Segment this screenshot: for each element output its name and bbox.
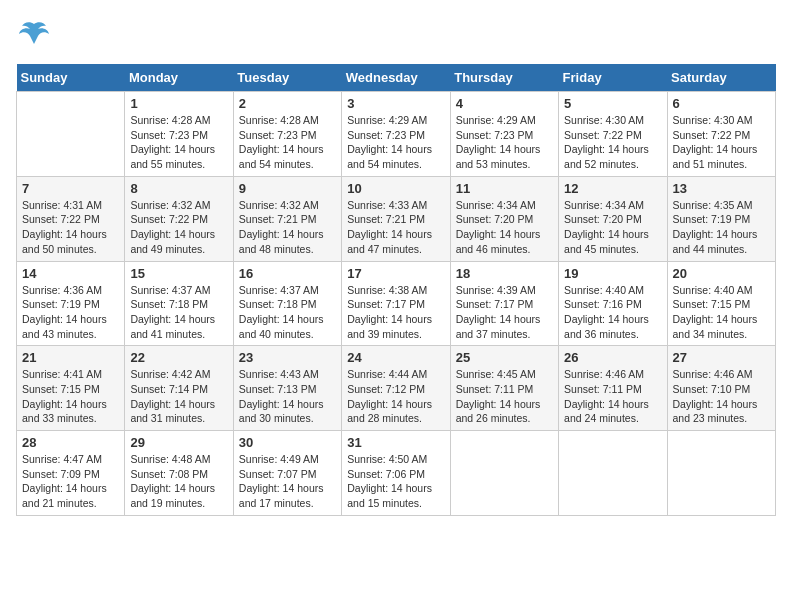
calendar-cell: 2Sunrise: 4:28 AM Sunset: 7:23 PM Daylig… (233, 92, 341, 177)
calendar-cell: 24Sunrise: 4:44 AM Sunset: 7:12 PM Dayli… (342, 346, 450, 431)
day-info: Sunrise: 4:45 AM Sunset: 7:11 PM Dayligh… (456, 367, 553, 426)
day-number: 2 (239, 96, 336, 111)
day-info: Sunrise: 4:42 AM Sunset: 7:14 PM Dayligh… (130, 367, 227, 426)
day-number: 11 (456, 181, 553, 196)
calendar-cell: 16Sunrise: 4:37 AM Sunset: 7:18 PM Dayli… (233, 261, 341, 346)
calendar-cell: 19Sunrise: 4:40 AM Sunset: 7:16 PM Dayli… (559, 261, 667, 346)
day-number: 28 (22, 435, 119, 450)
header-cell-monday: Monday (125, 64, 233, 92)
header-cell-friday: Friday (559, 64, 667, 92)
day-info: Sunrise: 4:37 AM Sunset: 7:18 PM Dayligh… (130, 283, 227, 342)
day-info: Sunrise: 4:48 AM Sunset: 7:08 PM Dayligh… (130, 452, 227, 511)
day-info: Sunrise: 4:41 AM Sunset: 7:15 PM Dayligh… (22, 367, 119, 426)
day-info: Sunrise: 4:36 AM Sunset: 7:19 PM Dayligh… (22, 283, 119, 342)
calendar-cell: 14Sunrise: 4:36 AM Sunset: 7:19 PM Dayli… (17, 261, 125, 346)
calendar-cell: 29Sunrise: 4:48 AM Sunset: 7:08 PM Dayli… (125, 431, 233, 516)
day-info: Sunrise: 4:29 AM Sunset: 7:23 PM Dayligh… (347, 113, 444, 172)
header-cell-wednesday: Wednesday (342, 64, 450, 92)
calendar-cell: 10Sunrise: 4:33 AM Sunset: 7:21 PM Dayli… (342, 176, 450, 261)
day-number: 10 (347, 181, 444, 196)
day-info: Sunrise: 4:34 AM Sunset: 7:20 PM Dayligh… (564, 198, 661, 257)
day-number: 4 (456, 96, 553, 111)
day-info: Sunrise: 4:32 AM Sunset: 7:22 PM Dayligh… (130, 198, 227, 257)
day-info: Sunrise: 4:40 AM Sunset: 7:16 PM Dayligh… (564, 283, 661, 342)
day-number: 9 (239, 181, 336, 196)
day-number: 25 (456, 350, 553, 365)
day-info: Sunrise: 4:31 AM Sunset: 7:22 PM Dayligh… (22, 198, 119, 257)
day-number: 27 (673, 350, 770, 365)
calendar-cell: 21Sunrise: 4:41 AM Sunset: 7:15 PM Dayli… (17, 346, 125, 431)
week-row-3: 14Sunrise: 4:36 AM Sunset: 7:19 PM Dayli… (17, 261, 776, 346)
day-info: Sunrise: 4:46 AM Sunset: 7:10 PM Dayligh… (673, 367, 770, 426)
calendar-cell: 26Sunrise: 4:46 AM Sunset: 7:11 PM Dayli… (559, 346, 667, 431)
day-number: 12 (564, 181, 661, 196)
day-info: Sunrise: 4:30 AM Sunset: 7:22 PM Dayligh… (564, 113, 661, 172)
calendar-cell: 8Sunrise: 4:32 AM Sunset: 7:22 PM Daylig… (125, 176, 233, 261)
day-info: Sunrise: 4:43 AM Sunset: 7:13 PM Dayligh… (239, 367, 336, 426)
header-row: SundayMondayTuesdayWednesdayThursdayFrid… (17, 64, 776, 92)
day-number: 6 (673, 96, 770, 111)
day-number: 7 (22, 181, 119, 196)
day-number: 26 (564, 350, 661, 365)
calendar-cell: 9Sunrise: 4:32 AM Sunset: 7:21 PM Daylig… (233, 176, 341, 261)
day-number: 20 (673, 266, 770, 281)
calendar-cell (450, 431, 558, 516)
calendar-cell: 28Sunrise: 4:47 AM Sunset: 7:09 PM Dayli… (17, 431, 125, 516)
day-number: 23 (239, 350, 336, 365)
day-number: 22 (130, 350, 227, 365)
calendar-cell: 6Sunrise: 4:30 AM Sunset: 7:22 PM Daylig… (667, 92, 775, 177)
day-info: Sunrise: 4:47 AM Sunset: 7:09 PM Dayligh… (22, 452, 119, 511)
calendar-cell (559, 431, 667, 516)
day-number: 3 (347, 96, 444, 111)
day-number: 13 (673, 181, 770, 196)
calendar-cell: 17Sunrise: 4:38 AM Sunset: 7:17 PM Dayli… (342, 261, 450, 346)
day-number: 16 (239, 266, 336, 281)
calendar-table: SundayMondayTuesdayWednesdayThursdayFrid… (16, 64, 776, 516)
day-info: Sunrise: 4:33 AM Sunset: 7:21 PM Dayligh… (347, 198, 444, 257)
day-number: 1 (130, 96, 227, 111)
day-number: 29 (130, 435, 227, 450)
calendar-cell: 7Sunrise: 4:31 AM Sunset: 7:22 PM Daylig… (17, 176, 125, 261)
day-info: Sunrise: 4:29 AM Sunset: 7:23 PM Dayligh… (456, 113, 553, 172)
day-info: Sunrise: 4:46 AM Sunset: 7:11 PM Dayligh… (564, 367, 661, 426)
day-number: 17 (347, 266, 444, 281)
day-number: 14 (22, 266, 119, 281)
calendar-cell: 3Sunrise: 4:29 AM Sunset: 7:23 PM Daylig… (342, 92, 450, 177)
week-row-1: 1Sunrise: 4:28 AM Sunset: 7:23 PM Daylig… (17, 92, 776, 177)
day-info: Sunrise: 4:32 AM Sunset: 7:21 PM Dayligh… (239, 198, 336, 257)
logo (16, 16, 56, 52)
day-info: Sunrise: 4:39 AM Sunset: 7:17 PM Dayligh… (456, 283, 553, 342)
calendar-cell: 13Sunrise: 4:35 AM Sunset: 7:19 PM Dayli… (667, 176, 775, 261)
week-row-2: 7Sunrise: 4:31 AM Sunset: 7:22 PM Daylig… (17, 176, 776, 261)
calendar-cell: 31Sunrise: 4:50 AM Sunset: 7:06 PM Dayli… (342, 431, 450, 516)
calendar-cell: 25Sunrise: 4:45 AM Sunset: 7:11 PM Dayli… (450, 346, 558, 431)
calendar-cell (667, 431, 775, 516)
calendar-cell: 30Sunrise: 4:49 AM Sunset: 7:07 PM Dayli… (233, 431, 341, 516)
day-number: 21 (22, 350, 119, 365)
calendar-cell (17, 92, 125, 177)
day-info: Sunrise: 4:37 AM Sunset: 7:18 PM Dayligh… (239, 283, 336, 342)
calendar-cell: 20Sunrise: 4:40 AM Sunset: 7:15 PM Dayli… (667, 261, 775, 346)
logo-icon (16, 16, 52, 52)
day-number: 30 (239, 435, 336, 450)
day-info: Sunrise: 4:49 AM Sunset: 7:07 PM Dayligh… (239, 452, 336, 511)
header-cell-sunday: Sunday (17, 64, 125, 92)
day-info: Sunrise: 4:30 AM Sunset: 7:22 PM Dayligh… (673, 113, 770, 172)
day-info: Sunrise: 4:40 AM Sunset: 7:15 PM Dayligh… (673, 283, 770, 342)
calendar-cell: 18Sunrise: 4:39 AM Sunset: 7:17 PM Dayli… (450, 261, 558, 346)
day-info: Sunrise: 4:38 AM Sunset: 7:17 PM Dayligh… (347, 283, 444, 342)
header-cell-saturday: Saturday (667, 64, 775, 92)
day-info: Sunrise: 4:28 AM Sunset: 7:23 PM Dayligh… (239, 113, 336, 172)
page-header (16, 16, 776, 52)
calendar-cell: 4Sunrise: 4:29 AM Sunset: 7:23 PM Daylig… (450, 92, 558, 177)
calendar-cell: 23Sunrise: 4:43 AM Sunset: 7:13 PM Dayli… (233, 346, 341, 431)
week-row-5: 28Sunrise: 4:47 AM Sunset: 7:09 PM Dayli… (17, 431, 776, 516)
calendar-cell: 5Sunrise: 4:30 AM Sunset: 7:22 PM Daylig… (559, 92, 667, 177)
week-row-4: 21Sunrise: 4:41 AM Sunset: 7:15 PM Dayli… (17, 346, 776, 431)
day-number: 31 (347, 435, 444, 450)
day-number: 18 (456, 266, 553, 281)
calendar-cell: 1Sunrise: 4:28 AM Sunset: 7:23 PM Daylig… (125, 92, 233, 177)
day-info: Sunrise: 4:50 AM Sunset: 7:06 PM Dayligh… (347, 452, 444, 511)
header-cell-tuesday: Tuesday (233, 64, 341, 92)
day-number: 15 (130, 266, 227, 281)
